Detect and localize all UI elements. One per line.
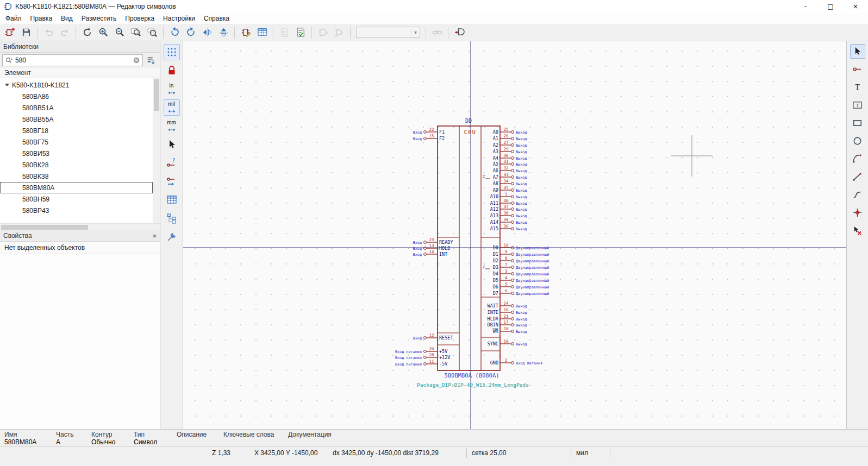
unit-selector[interactable]: ▾ [356, 27, 420, 38]
pin-A0[interactable]: 25A0Выход [493, 127, 527, 135]
svg-text:Двунаправленный: Двунаправленный [516, 259, 549, 263]
menu-item-file[interactable]: Файл [1, 14, 26, 23]
svg-text:A0: A0 [493, 129, 498, 135]
svg-text:HLDA: HLDA [488, 316, 498, 322]
tree-column-header[interactable]: Элемент [0, 68, 160, 78]
scrollbar-thumb[interactable] [1, 225, 88, 230]
line-tool-button[interactable] [850, 169, 865, 184]
units-mils-button[interactable]: mil [164, 99, 180, 116]
textbox-tool-button[interactable]: T [850, 98, 865, 112]
tree-horizontal-scrollbar[interactable] [0, 223, 160, 230]
bezier-tool-button[interactable] [850, 187, 865, 202]
search-input[interactable]: 580 [2, 54, 143, 66]
pin-D6[interactable]: 5D6Двунаправленный [493, 282, 549, 290]
undo-button[interactable] [41, 26, 56, 40]
svg-text:1: 1 [505, 192, 508, 197]
symbol-item[interactable]: 580ВМ80А [0, 182, 153, 193]
menu-item-help[interactable]: Справка [199, 14, 234, 23]
close-button[interactable]: × [843, 0, 868, 13]
units-mm-button[interactable]: mm [164, 118, 180, 134]
de-morgan-alt-button[interactable] [332, 26, 347, 40]
tree-vertical-scrollbar[interactable] [153, 78, 160, 223]
pin-RESET[interactable]: 12RESETВход [413, 333, 453, 341]
menu-item-place[interactable]: Разместить [77, 14, 121, 23]
pin-D7[interactable]: 6D7Двунаправленный [493, 288, 549, 297]
pin-table-button[interactable] [254, 26, 270, 40]
zoom-selection-button[interactable] [145, 26, 160, 40]
zoom-in-button[interactable] [96, 26, 111, 40]
symbol-item[interactable]: 580ВК28 [0, 159, 153, 171]
symbol-item[interactable]: 580ВН59 [0, 193, 153, 205]
symbol-item[interactable]: 580ВА86 [0, 91, 153, 102]
scrollbar-thumb[interactable] [154, 79, 159, 111]
library-item[interactable]: K580-K1810-K1821 [0, 79, 153, 91]
zoom-out-button[interactable] [112, 26, 127, 40]
rect-tool-button[interactable] [850, 116, 865, 130]
show-pin-alt-icons-button[interactable] [164, 173, 180, 190]
maximize-button[interactable]: □ [818, 0, 843, 13]
sync-pins-button[interactable] [429, 26, 445, 40]
refresh-button[interactable] [79, 26, 95, 40]
symbol-item[interactable]: 580ВР43 [0, 205, 153, 216]
menu-item-view[interactable]: Вид [57, 14, 77, 23]
save-button[interactable] [18, 26, 34, 40]
pin-D0[interactable]: 10D0Двунаправленный [493, 243, 549, 251]
schematic-canvas[interactable]: DDCPU580ВМ80А (8080A)Package_DIP:DIP-40_… [183, 41, 846, 429]
mirror-v-button[interactable] [216, 26, 231, 40]
fullscreen-cursor-button[interactable] [164, 136, 180, 153]
pin-D1[interactable]: 9D1Двунаправленный [493, 249, 549, 257]
rotate-cw-button[interactable] [183, 26, 198, 40]
symbol-item[interactable]: 580ВК38 [0, 171, 153, 182]
expander-icon[interactable] [5, 84, 9, 86]
svg-text:Двунаправленный: Двунаправленный [516, 246, 549, 250]
arc-tool-button[interactable] [850, 152, 865, 166]
zoom-fit-button[interactable] [128, 26, 143, 40]
symbol-item[interactable]: 580ВВ55А [0, 114, 153, 125]
arrow-tool-button[interactable] [850, 44, 865, 59]
check-symbol-button[interactable] [293, 26, 308, 40]
toggle-grid-button[interactable] [164, 44, 180, 60]
show-pin-table-button[interactable] [164, 192, 180, 208]
pin-D5[interactable]: 4D5Двунаправленный [493, 275, 549, 284]
pin-+5V[interactable]: 20+5VВход питания [395, 347, 447, 355]
zoom-fit-icon [131, 27, 141, 37]
symbol-properties-button[interactable] [238, 26, 253, 40]
pin-SYNC[interactable]: 19SYNCВыход [488, 339, 527, 347]
show-pin-electrical-type-button[interactable]: ? [164, 155, 180, 171]
new-symbol-button[interactable] [2, 26, 17, 40]
symbol-item[interactable]: 580ВИ53 [0, 148, 153, 159]
reference-field[interactable]: DD [465, 118, 472, 124]
close-properties-icon[interactable]: × [152, 232, 157, 240]
minimize-button[interactable]: – [793, 0, 818, 13]
units-inches-button[interactable]: in [164, 81, 180, 97]
show-properties-button[interactable] [164, 229, 180, 245]
text-tool-button[interactable]: T [850, 80, 865, 95]
anchor-tool-button[interactable] [850, 205, 865, 220]
pin-tool-button[interactable] [850, 62, 865, 77]
de-morgan-standard-button[interactable] [315, 26, 330, 40]
symbol-item[interactable]: 580ВВ51А [0, 102, 153, 114]
add-to-schematic-button[interactable] [452, 26, 467, 40]
toggle-lock-button[interactable] [164, 62, 180, 79]
show-library-tree-button[interactable] [164, 210, 180, 226]
symbol-item[interactable]: 580ВГ75 [0, 136, 153, 148]
pin-D2[interactable]: 8D2Двунаправленный [493, 256, 549, 264]
redo-button[interactable] [57, 26, 72, 40]
value-field[interactable]: 580ВМ80А (8080A) [444, 372, 499, 379]
delete-tool-button[interactable] [850, 223, 865, 238]
pin-GND[interactable]: 2GNDВход питания [490, 358, 542, 366]
svg-text:A12: A12 [490, 206, 498, 212]
rotate-ccw-button[interactable] [167, 26, 182, 40]
mirror-h-button[interactable] [199, 26, 215, 40]
menu-item-inspect[interactable]: Проверка [121, 14, 159, 23]
datasheet-button[interactable] [277, 26, 292, 40]
footprint-field[interactable]: Package_DIP:DIP-40_W15.24mm_LongPads [417, 382, 529, 388]
clear-search-icon[interactable] [133, 56, 140, 64]
symbol-title[interactable]: CPU [464, 129, 477, 135]
menu-item-edit[interactable]: Правка [26, 14, 57, 23]
pin-D4[interactable]: 3D4Двунаправленный [493, 269, 549, 277]
menu-item-settings[interactable]: Настройки [159, 14, 199, 23]
circle-tool-button[interactable] [850, 134, 865, 148]
symbol-item[interactable]: 580ВГ18 [0, 125, 153, 136]
filter-options-button[interactable] [145, 54, 158, 66]
